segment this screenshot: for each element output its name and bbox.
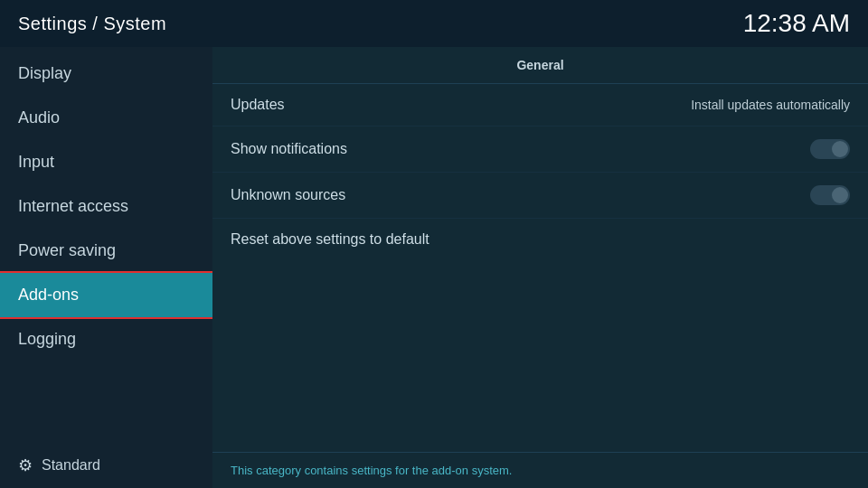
main-content: Display Audio Input Internet access Powe… [0, 47, 868, 488]
updates-value: Install updates automatically [691, 98, 850, 112]
show-notifications-label: Show notifications [231, 141, 347, 157]
sidebar-item-add-ons[interactable]: Add-ons [0, 273, 212, 317]
sidebar-item-internet-access[interactable]: Internet access [0, 184, 212, 229]
updates-label: Updates [231, 97, 285, 113]
sidebar-item-audio[interactable]: Audio [0, 96, 212, 140]
sidebar-label-add-ons: Add-ons [18, 286, 79, 305]
sidebar-label-internet-access: Internet access [18, 197, 128, 216]
page-title: Settings / System [18, 14, 166, 34]
sidebar-label-display: Display [18, 64, 71, 83]
unknown-sources-label: Unknown sources [231, 187, 345, 203]
sidebar-label-input: Input [18, 153, 54, 172]
status-text: This category contains settings for the … [231, 464, 512, 477]
content-bottom: This category contains settings for the … [212, 452, 868, 488]
sidebar-label-logging: Logging [18, 330, 76, 349]
unknown-sources-row[interactable]: Unknown sources [212, 173, 868, 219]
sidebar-label-audio: Audio [18, 108, 60, 127]
sidebar-item-input[interactable]: Input [0, 140, 212, 184]
unknown-sources-toggle[interactable] [810, 185, 850, 205]
reset-row[interactable]: Reset above settings to default [212, 219, 868, 260]
sidebar: Display Audio Input Internet access Powe… [0, 47, 212, 488]
sidebar-label-power-saving: Power saving [18, 241, 116, 260]
standard-label: Standard [42, 457, 100, 474]
sidebar-item-power-saving[interactable]: Power saving [0, 229, 212, 273]
sidebar-item-logging[interactable]: Logging [0, 317, 212, 361]
app-container: Settings / System 12:38 AM Display Audio… [0, 0, 868, 488]
toggle-knob-notifications [832, 141, 848, 157]
content-area: General Updates Install updates automati… [212, 47, 868, 488]
settings-panel: General Updates Install updates automati… [212, 47, 868, 452]
sidebar-bottom-standard[interactable]: ⚙ Standard [0, 443, 212, 488]
show-notifications-toggle[interactable] [810, 139, 850, 159]
clock: 12:38 AM [743, 9, 850, 38]
reset-label: Reset above settings to default [231, 231, 429, 248]
section-header: General [212, 47, 868, 84]
toggle-knob-unknown-sources [832, 187, 848, 203]
header: Settings / System 12:38 AM [0, 0, 868, 47]
sidebar-item-display[interactable]: Display [0, 52, 212, 96]
updates-row[interactable]: Updates Install updates automatically [212, 84, 868, 127]
gear-icon: ⚙ [18, 455, 33, 475]
show-notifications-row[interactable]: Show notifications [212, 127, 868, 173]
